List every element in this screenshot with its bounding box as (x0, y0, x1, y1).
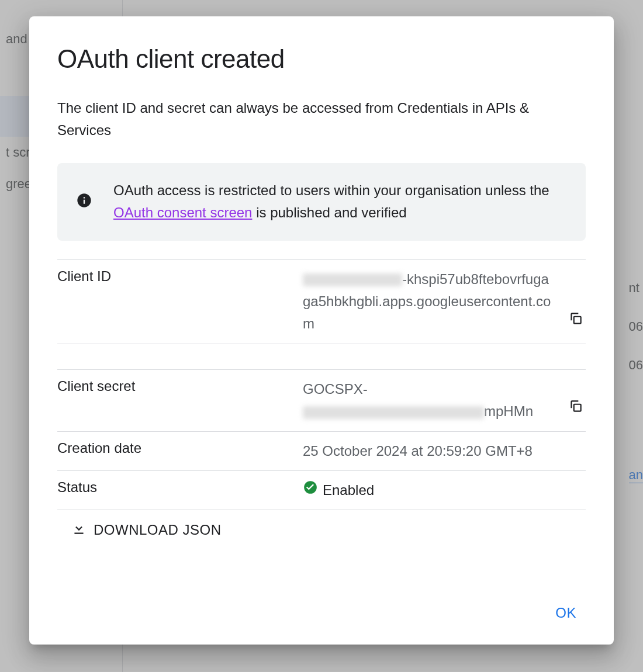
client-id-label: Client ID (57, 268, 303, 285)
oauth-client-created-modal: OAuth client created The client ID and s… (29, 16, 614, 645)
status-value: Enabled (323, 479, 374, 501)
creation-date-label: Creation date (57, 440, 303, 456)
status-row: Status Enabled (57, 470, 586, 510)
ok-button[interactable]: OK (546, 600, 586, 626)
creation-date-row: Creation date 25 October 2024 at 20:59:2… (57, 431, 586, 470)
check-circle-icon (303, 479, 318, 501)
status-label: Status (57, 479, 303, 496)
modal-title: OAuth client created (57, 44, 586, 74)
copy-client-secret-button[interactable] (566, 396, 586, 422)
download-json-button[interactable]: DOWNLOAD JSON (57, 510, 586, 550)
client-secret-label: Client secret (57, 378, 303, 394)
copy-client-id-button[interactable] (566, 308, 586, 335)
svg-rect-0 (574, 317, 581, 324)
svg-rect-1 (574, 404, 581, 411)
creation-date-value: 25 October 2024 at 20:59:20 GMT+8 (303, 440, 586, 462)
client-id-row: Client ID -khspi57ub8ftebovrfugaga5hbkhg… (57, 259, 586, 344)
client-secret-row: Client secret GOCSPX- mpHMn (57, 369, 586, 431)
client-id-value: -khspi57ub8ftebovrfugaga5hbkhgbli.apps.g… (303, 268, 556, 335)
info-banner-text: OAuth access is restricted to users with… (113, 179, 567, 224)
oauth-consent-screen-link[interactable]: OAuth consent screen (113, 205, 252, 220)
download-icon (71, 521, 87, 539)
redacted-segment (303, 273, 402, 286)
client-secret-value: GOCSPX- mpHMn (303, 378, 556, 423)
redacted-segment (303, 406, 484, 419)
info-icon (76, 192, 92, 211)
info-banner: OAuth access is restricted to users with… (57, 163, 586, 241)
modal-subtitle: The client ID and secret can always be a… (57, 97, 586, 142)
modal-actions: OK (57, 591, 586, 626)
